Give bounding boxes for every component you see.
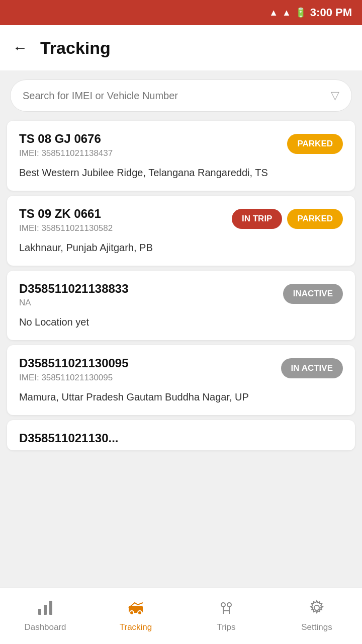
status-bar: ▲ ▲ 🔋 3:00 PM	[0, 0, 362, 25]
card-location-3: No Location yet	[19, 315, 343, 329]
search-input[interactable]	[23, 90, 326, 102]
trips-icon	[218, 600, 234, 619]
settings-icon	[309, 600, 325, 619]
page-title: Tracking	[40, 38, 111, 58]
card-badges-2: IN TRIP PARKED	[232, 209, 343, 229]
search-container: ▽	[0, 70, 362, 121]
vehicle-imei-4: IMEI: 358511021130095	[19, 373, 129, 383]
vehicle-number-1: TS 08 GJ 0676	[19, 132, 113, 146]
card-info-1: TS 08 GJ 0676 IMEI: 358511021138437	[19, 132, 113, 158]
nav-item-tracking[interactable]: Tracking	[90, 600, 181, 632]
badge-inactive-3: INACTIVE	[283, 284, 343, 304]
vehicle-card-2[interactable]: TS 09 ZK 0661 IMEI: 358511021130582 IN T…	[7, 196, 355, 266]
card-header-3: D358511021138833 NA INACTIVE	[19, 282, 343, 308]
header: ← Tracking	[0, 25, 362, 70]
search-bar: ▽	[10, 79, 352, 112]
card-badges-4: IN ACTIVE	[281, 358, 343, 378]
tracking-icon	[128, 600, 144, 619]
card-badges-1: PARKED	[287, 134, 343, 154]
nav-label-settings: Settings	[301, 622, 332, 632]
vehicle-number-2: TS 09 ZK 0661	[19, 207, 113, 221]
vehicle-imei-2: IMEI: 358511021130582	[19, 223, 113, 233]
battery-icon: 🔋	[295, 7, 306, 18]
card-location-2: Lakhnaur, Punjab Ajitgarh, PB	[19, 240, 343, 255]
card-info-2: TS 09 ZK 0661 IMEI: 358511021130582	[19, 207, 113, 233]
vehicle-na-3: NA	[19, 298, 129, 308]
partial-card-text: D358511021130...	[19, 431, 343, 445]
nav-item-settings[interactable]: Settings	[272, 600, 362, 632]
nav-label-dashboard: Dashboard	[24, 622, 66, 632]
card-location-1: Best Western Jubilee Ridge, Telangana Ra…	[19, 166, 343, 180]
svg-point-7	[227, 603, 231, 607]
status-time: 3:00 PM	[310, 6, 352, 19]
nav-item-dashboard[interactable]: Dashboard	[0, 600, 90, 632]
vehicle-imei-1: IMEI: 358511021138437	[19, 148, 113, 158]
nav-label-trips: Trips	[217, 622, 235, 632]
card-header-1: TS 08 GJ 0676 IMEI: 358511021138437 PARK…	[19, 132, 343, 158]
svg-rect-0	[38, 609, 41, 615]
svg-point-5	[138, 611, 142, 615]
partial-card[interactable]: D358511021130...	[7, 420, 355, 450]
status-icons: ▲ ▲ 🔋 3:00 PM	[269, 6, 352, 19]
filter-icon[interactable]: ▽	[331, 89, 339, 102]
badge-in-trip-2: IN TRIP	[232, 209, 282, 229]
nav-label-tracking: Tracking	[120, 622, 152, 632]
vehicle-card-4[interactable]: D358511021130095 IMEI: 358511021130095 I…	[7, 345, 355, 415]
card-header-2: TS 09 ZK 0661 IMEI: 358511021130582 IN T…	[19, 207, 343, 233]
svg-rect-2	[49, 601, 52, 615]
vehicle-number-3: D358511021138833	[19, 282, 129, 296]
nav-item-trips[interactable]: Trips	[181, 600, 272, 632]
badge-in-active-4: IN ACTIVE	[281, 358, 343, 378]
dashboard-icon	[37, 600, 53, 619]
vehicle-card-1[interactable]: TS 08 GJ 0676 IMEI: 358511021138437 PARK…	[7, 121, 355, 191]
card-header-4: D358511021130095 IMEI: 358511021130095 I…	[19, 356, 343, 383]
vehicle-card-3[interactable]: D358511021138833 NA INACTIVE No Location…	[7, 271, 355, 341]
badge-parked-2: PARKED	[287, 209, 343, 229]
back-button[interactable]: ←	[10, 37, 30, 59]
card-info-3: D358511021138833 NA	[19, 282, 129, 308]
cards-container: TS 08 GJ 0676 IMEI: 358511021138437 PARK…	[0, 121, 362, 516]
badge-parked-1: PARKED	[287, 134, 343, 154]
svg-point-4	[130, 611, 134, 615]
vehicle-number-4: D358511021130095	[19, 356, 129, 371]
card-badges-3: INACTIVE	[283, 284, 343, 304]
card-location-4: Mamura, Uttar Pradesh Gautam Buddha Naga…	[19, 390, 343, 404]
svg-point-8	[314, 605, 319, 610]
svg-point-6	[221, 603, 225, 607]
wifi-icon: ▲	[269, 8, 278, 18]
svg-rect-1	[44, 605, 47, 615]
card-info-4: D358511021130095 IMEI: 358511021130095	[19, 356, 129, 383]
bottom-nav: Dashboard Tracking Trips	[0, 588, 362, 644]
signal-icon: ▲	[282, 8, 291, 18]
